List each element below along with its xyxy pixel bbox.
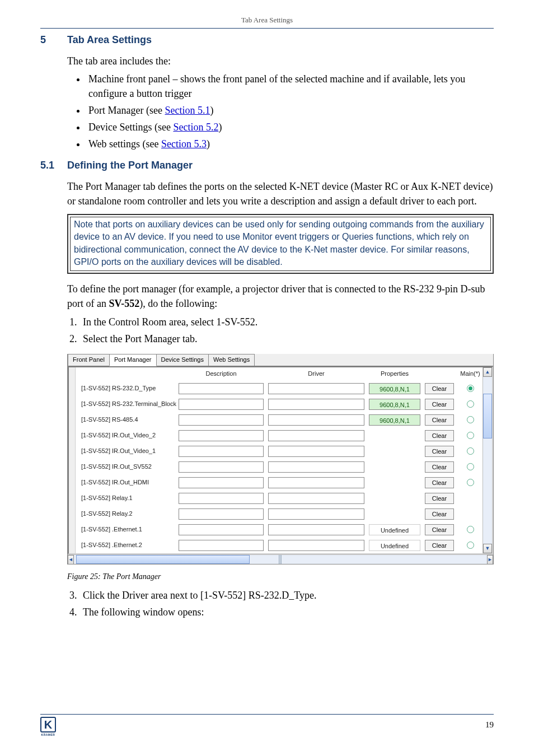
clear-button[interactable]: Clear <box>425 540 454 551</box>
clear-button[interactable]: Clear <box>425 414 454 426</box>
main-radio[interactable] <box>456 541 483 550</box>
clear-button[interactable]: Clear <box>425 446 454 457</box>
properties-cell <box>369 493 420 504</box>
driver-input[interactable] <box>268 540 364 551</box>
clear-button[interactable]: Clear <box>425 508 454 520</box>
radio-icon[interactable] <box>467 479 474 486</box>
driver-input[interactable] <box>268 446 364 457</box>
scroll-left-icon[interactable]: ◄ <box>68 555 74 564</box>
clear-button[interactable]: Clear <box>425 430 454 441</box>
properties-cell[interactable]: Undefined <box>369 540 420 551</box>
tab-front-panel[interactable]: Front Panel <box>68 354 110 366</box>
step-4: The following window opens: <box>79 605 494 619</box>
clear-button[interactable]: Clear <box>425 477 454 488</box>
radio-icon[interactable] <box>467 447 474 455</box>
main-radio[interactable] <box>456 463 483 472</box>
driver-input[interactable] <box>268 477 364 488</box>
scroll-up-icon[interactable]: ▲ <box>483 367 492 377</box>
radio-icon[interactable] <box>467 463 474 470</box>
grid-row-selector-gutter[interactable] <box>69 367 76 553</box>
scroll-right-icon[interactable]: ► <box>487 555 493 564</box>
port-name: [1-SV-552] Relay.2 <box>76 510 176 519</box>
port-row: [1-SV-552] IR.Out_HDMIClear <box>76 475 483 491</box>
clear-button[interactable]: Clear <box>425 383 454 394</box>
driver-input[interactable] <box>268 399 364 410</box>
description-input[interactable] <box>179 477 264 488</box>
logo-subtext: KRAMER <box>41 733 55 736</box>
radio-icon[interactable] <box>467 526 474 533</box>
scroll-down-icon[interactable]: ▼ <box>483 544 492 553</box>
properties-cell[interactable]: 9600,8,N,1 <box>369 399 420 410</box>
properties-cell[interactable]: 9600,8,N,1 <box>369 383 420 394</box>
page-footer: K KRAMER 19 <box>40 714 494 732</box>
scroll-track[interactable] <box>74 555 487 564</box>
tab-device-settings[interactable]: Device Settings <box>156 354 209 366</box>
port-row: [1-SV-552] .Ethernet.2UndefinedClear <box>76 538 483 553</box>
driver-input[interactable] <box>268 430 364 441</box>
radio-icon[interactable] <box>467 542 474 549</box>
description-input[interactable] <box>179 508 264 520</box>
link-section-5-1[interactable]: Section 5.1 <box>165 105 210 116</box>
main-radio[interactable] <box>456 416 483 424</box>
main-radio[interactable] <box>456 525 483 534</box>
page-number: 19 <box>485 720 494 730</box>
properties-cell <box>369 446 420 457</box>
tab-web-settings[interactable]: Web Settings <box>208 354 255 366</box>
properties-cell <box>369 461 420 473</box>
port-name: [1-SV-552] IR.Out_Video_1 <box>76 447 176 456</box>
clear-button[interactable]: Clear <box>425 493 454 504</box>
scroll-thumb[interactable] <box>76 555 250 564</box>
main-radio[interactable] <box>456 431 483 440</box>
step-3: Click the Driver area next to [1-SV-552]… <box>79 588 494 603</box>
clear-button[interactable]: Clear <box>425 399 454 410</box>
logo-letter: K <box>44 718 52 731</box>
description-input[interactable] <box>179 524 264 535</box>
port-grid: Description Driver Properties Main(*) [1… <box>68 366 493 554</box>
properties-cell[interactable]: Undefined <box>369 524 420 535</box>
main-radio[interactable] <box>456 478 483 487</box>
radio-icon[interactable] <box>467 400 474 408</box>
main-radio[interactable] <box>456 400 483 409</box>
scroll-track[interactable] <box>483 377 492 544</box>
driver-input[interactable] <box>268 508 364 520</box>
driver-input[interactable] <box>268 493 364 504</box>
main-radio[interactable] <box>456 447 483 456</box>
description-input[interactable] <box>179 540 264 551</box>
clear-button[interactable]: Clear <box>425 461 454 473</box>
description-input[interactable] <box>179 399 264 410</box>
description-input[interactable] <box>179 430 264 441</box>
link-section-5-3[interactable]: Section 5.3 <box>161 138 207 150</box>
properties-cell[interactable]: 9600,8,N,1 <box>369 414 420 426</box>
main-radio[interactable] <box>456 384 483 393</box>
clear-button[interactable]: Clear <box>425 524 454 535</box>
port-manager-screenshot: Front Panel Port Manager Device Settings… <box>67 354 494 564</box>
port-row: [1-SV-552] IR.Out_Video_2Clear <box>76 428 483 444</box>
description-input[interactable] <box>179 461 264 473</box>
driver-input[interactable] <box>268 414 364 426</box>
radio-icon[interactable] <box>467 432 474 439</box>
horizontal-scrollbar[interactable]: ◄ ► <box>68 554 493 564</box>
driver-input[interactable] <box>268 461 364 473</box>
driver-input[interactable] <box>268 524 364 535</box>
header-rule <box>40 28 494 29</box>
radio-icon[interactable] <box>467 385 474 392</box>
running-header: Tab Area Settings <box>40 16 494 28</box>
port-row: [1-SV-552] RS-485.49600,8,N,1Clear <box>76 412 483 428</box>
link-section-5-2[interactable]: Section 5.2 <box>173 122 218 133</box>
description-input[interactable] <box>179 383 264 394</box>
tab-port-manager[interactable]: Port Manager <box>109 354 157 366</box>
tab-bar: Front Panel Port Manager Device Settings… <box>68 354 493 366</box>
vertical-scrollbar[interactable]: ▲ ▼ <box>483 367 492 553</box>
description-input[interactable] <box>179 414 264 426</box>
kramer-logo-icon: K KRAMER <box>40 717 56 732</box>
track-grip-icon <box>279 555 282 564</box>
step-2: Select the Port Manager tab. <box>79 332 494 346</box>
col-main: Main(*) <box>456 370 483 379</box>
driver-input[interactable] <box>268 383 364 394</box>
port-name: [1-SV-552] Relay.1 <box>76 494 176 503</box>
scroll-thumb[interactable] <box>483 394 492 438</box>
radio-icon[interactable] <box>467 416 474 423</box>
description-input[interactable] <box>179 446 264 457</box>
port-row: [1-SV-552] Relay.1Clear <box>76 491 483 506</box>
description-input[interactable] <box>179 493 264 504</box>
